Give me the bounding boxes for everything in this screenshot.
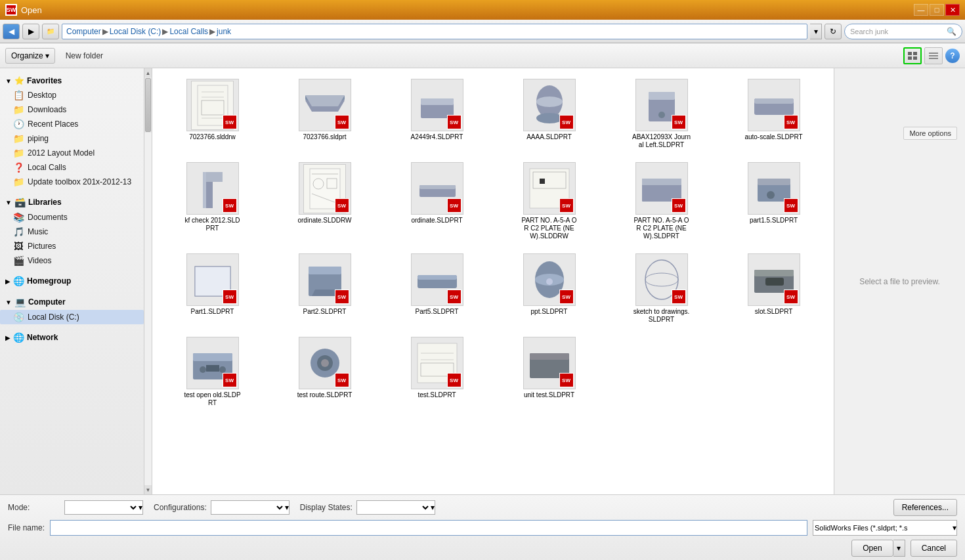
- file-item-testopen[interactable]: SW test open old.SLDPRT: [158, 332, 267, 412]
- file-item-7023766-sldprt[interactable]: SW 7023766.sldprt: [270, 74, 379, 154]
- svg-rect-34: [419, 185, 456, 189]
- sidebar-item-documents[interactable]: 📚 Documents: [0, 210, 144, 225]
- filetype-select[interactable]: SolidWorks Files (*.sldprt; *.s ▾: [813, 520, 957, 536]
- downloads-icon: 📁: [13, 104, 24, 115]
- file-item-ordinate-prt[interactable]: SW ordinate.SLDPRT: [382, 157, 492, 246]
- configurations-dropdown[interactable]: [211, 501, 285, 514]
- favorites-header[interactable]: ▼ ⭐ Favorites: [0, 74, 144, 88]
- help-button[interactable]: ?: [945, 49, 960, 63]
- sw-badge: SW: [559, 115, 574, 129]
- maximize-button[interactable]: □: [930, 4, 944, 16]
- svg-rect-6: [929, 58, 938, 59]
- sidebar-scrollbar[interactable]: ▲ ▼: [144, 68, 152, 494]
- cancel-button[interactable]: Cancel: [911, 540, 957, 557]
- search-icon[interactable]: 🔍: [947, 27, 956, 36]
- up-button[interactable]: 📁: [42, 24, 59, 39]
- sidebar-item-localdisk[interactable]: 💿 Local Disk (C:): [0, 310, 144, 324]
- file-item-abax[interactable]: SW ABAX12093X Journal Left.SLDPRT: [607, 74, 716, 154]
- file-item-7023766-slddrw[interactable]: SW 7023766.slddrw: [158, 74, 267, 154]
- view-button-active[interactable]: [903, 47, 922, 64]
- file-item-part5[interactable]: SW Part5.SLDPRT: [382, 248, 492, 329]
- file-item-a2449r4[interactable]: SW A2449r4.SLDPRT: [382, 74, 492, 154]
- sidebar-item-downloads[interactable]: 📁 Downloads: [0, 102, 144, 117]
- svg-point-60: [200, 366, 206, 373]
- svg-rect-46: [309, 267, 341, 274]
- bottom-row3: Open ▾ Cancel: [8, 540, 957, 557]
- file-item-kfcheck[interactable]: SW kf check 2012.SLDPRT: [158, 157, 267, 246]
- sidebar-scroll-thumb[interactable]: [145, 78, 151, 132]
- path-localcalls[interactable]: Local Calls: [169, 27, 208, 36]
- file-item-part2[interactable]: SW Part2.SLDPRT: [270, 248, 379, 329]
- sidebar-scroll-down[interactable]: ▼: [144, 485, 152, 494]
- sidebar-item-music[interactable]: 🎵 Music: [0, 225, 144, 239]
- address-dropdown[interactable]: ▾: [810, 24, 822, 39]
- file-item-slot[interactable]: SW slot.SLDPRT: [719, 248, 828, 329]
- path-computer[interactable]: Computer: [66, 27, 101, 36]
- sidebar: ▼ ⭐ Favorites 📋 Desktop 📁 Downloads 🕐 Re…: [0, 68, 144, 494]
- close-button[interactable]: ✕: [945, 4, 960, 16]
- path-junk[interactable]: junk: [217, 27, 231, 36]
- filename-input[interactable]: [50, 520, 807, 536]
- references-button[interactable]: References...: [893, 499, 957, 516]
- configurations-select[interactable]: ▾: [211, 500, 290, 515]
- path-localdisk[interactable]: Local Disk (C:): [110, 27, 161, 36]
- more-options-label[interactable]: More options: [903, 127, 957, 140]
- sidebar-item-recent[interactable]: 🕐 Recent Places: [0, 117, 144, 131]
- computer-header[interactable]: ▼ 💻 Computer: [0, 294, 144, 310]
- file-item-part15[interactable]: SW part1.5.SLDPRT: [719, 157, 828, 246]
- forward-button[interactable]: ▶: [22, 24, 39, 39]
- piping-icon: 📁: [13, 133, 24, 144]
- open-button[interactable]: Open: [851, 540, 893, 557]
- configurations-label: Configurations:: [154, 503, 207, 512]
- music-icon: 🎵: [13, 226, 24, 237]
- file-item-test[interactable]: SW test.SLDPRT: [382, 332, 492, 412]
- file-item-aaaa[interactable]: SW AAAA.SLDPRT: [494, 74, 604, 154]
- sidebar-scroll-up[interactable]: ▲: [144, 68, 152, 77]
- homegroup-header[interactable]: ▶ 🌐 Homegroup: [0, 273, 144, 289]
- view-details-button[interactable]: [924, 47, 943, 64]
- sw-badge: SW: [447, 198, 461, 213]
- main-content: ▼ ⭐ Favorites 📋 Desktop 📁 Downloads 🕐 Re…: [0, 68, 965, 494]
- organize-button[interactable]: Organize ▾: [5, 48, 55, 64]
- file-item-ppt[interactable]: SW ppt.SLDPRT: [494, 248, 604, 329]
- sidebar-item-layout[interactable]: 📁 2012 Layout Model: [0, 146, 144, 160]
- display-states-dropdown[interactable]: [357, 501, 431, 514]
- libraries-header[interactable]: ▼ 🗃️ Libraries: [0, 194, 144, 210]
- mode-select[interactable]: ▾: [64, 500, 143, 515]
- mode-dropdown[interactable]: [65, 501, 139, 514]
- file-item-ordinate-drw[interactable]: SW ordinate.SLDDRW: [270, 157, 379, 246]
- sidebar-item-videos[interactable]: 🎬 Videos: [0, 253, 144, 268]
- file-item-unittest[interactable]: SW unit test.SLDPRT: [494, 332, 604, 412]
- svg-rect-49: [418, 275, 457, 280]
- svg-point-42: [767, 191, 775, 199]
- file-name: test route.SLDPRT: [297, 391, 353, 399]
- bottom-area: Mode: ▾ Configurations: ▾ Display States…: [0, 494, 965, 560]
- file-item-part1[interactable]: SW Part1.SLDPRT: [158, 248, 267, 329]
- file-item-part-a5a-drw[interactable]: SW PART NO. A-5-A OR C2 PLATE (NEW).SLDD…: [494, 157, 604, 246]
- open-dropdown[interactable]: ▾: [893, 540, 905, 557]
- file-item-sketch-drawings[interactable]: SW sketch to drawings.SLDPRT: [607, 248, 716, 329]
- minimize-button[interactable]: —: [914, 4, 928, 16]
- file-thumbnail: SW: [299, 253, 351, 306]
- display-states-select[interactable]: ▾: [356, 500, 435, 515]
- file-item-part-a5a-prt[interactable]: SW PART NO. A-5-A OR C2 PLATE (NEW).SLDP…: [607, 157, 716, 246]
- svg-point-65: [321, 359, 329, 367]
- new-folder-button[interactable]: New folder: [60, 49, 108, 63]
- svg-rect-4: [929, 53, 938, 54]
- back-button[interactable]: ◀: [3, 24, 20, 39]
- refresh-button[interactable]: ↻: [825, 24, 842, 39]
- sidebar-item-pictures[interactable]: 🖼 Pictures: [0, 239, 144, 253]
- file-item-testroute[interactable]: SW test route.SLDPRT: [270, 332, 379, 412]
- sidebar-item-toolbox[interactable]: 📁 Update toolbox 201x-2012-13: [0, 175, 144, 189]
- sidebar-item-localcalls[interactable]: ❓ Local Calls: [0, 160, 144, 175]
- sidebar-item-desktop[interactable]: 📋 Desktop: [0, 88, 144, 102]
- sw-badge: SW: [335, 290, 349, 304]
- sidebar-item-piping[interactable]: 📁 piping: [0, 131, 144, 146]
- pictures-icon: 🖼: [13, 241, 24, 251]
- file-item-autoscale[interactable]: SW auto-scale.SLDPRT: [719, 74, 828, 154]
- file-thumbnail: SW: [186, 79, 239, 131]
- network-header[interactable]: ▶ 🌐 Network: [0, 330, 144, 345]
- sw-badge: SW: [223, 290, 237, 304]
- search-box[interactable]: Search junk 🔍: [844, 24, 962, 39]
- address-path[interactable]: Computer ▶ Local Disk (C:) ▶ Local Calls…: [62, 24, 807, 39]
